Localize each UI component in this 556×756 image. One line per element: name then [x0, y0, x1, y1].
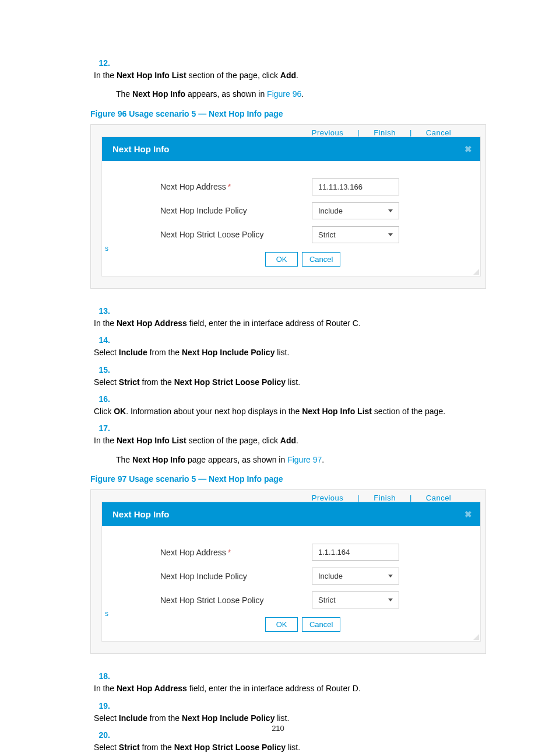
wizard-previous[interactable]: Previous: [312, 128, 344, 136]
text: .: [301, 89, 304, 99]
figure-link[interactable]: Figure 96: [267, 89, 301, 99]
step-number: 15.: [90, 365, 110, 374]
text: Select: [94, 743, 119, 752]
dialog-body: Next Hop Address* 1.1.1.164 Next Hop Inc…: [102, 526, 480, 641]
figure-96-screenshot: Previous|Finish|Cancel Next Hop Info ✖ N…: [90, 124, 486, 289]
close-icon[interactable]: ✖: [464, 144, 472, 155]
wizard-finish[interactable]: Finish: [374, 494, 396, 502]
figure-caption: Figure 97 Usage scenario 5 — Next Hop In…: [90, 474, 486, 484]
step-text: In the Next Hop Info List section of the…: [94, 69, 464, 82]
text: In the: [94, 318, 117, 328]
cancel-button[interactable]: Cancel: [302, 252, 340, 267]
figure-97-screenshot: Previous|Finish|Cancel Next Hop Info ✖ N…: [90, 489, 486, 654]
strict-loose-select[interactable]: Strict: [312, 592, 399, 608]
bold: Add: [280, 71, 296, 80]
figure-link[interactable]: Figure 97: [287, 455, 322, 464]
cancel-button[interactable]: Cancel: [302, 617, 340, 632]
text: .: [322, 455, 324, 464]
bold: Next Hop Include Policy: [182, 348, 275, 357]
strict-loose-label: Next Hop Strict Loose Policy: [160, 230, 312, 239]
text: In the: [94, 436, 117, 445]
text: from the: [140, 377, 174, 387]
wizard-cancel[interactable]: Cancel: [426, 494, 451, 502]
next-hop-address-label: Next Hop Address*: [160, 182, 312, 191]
select-value: Strict: [318, 596, 336, 604]
text: section of the page, click: [186, 436, 280, 445]
bold: Next Hop Info List: [117, 436, 186, 445]
close-icon[interactable]: ✖: [464, 509, 472, 520]
required-star: *: [228, 182, 231, 191]
step-text: Click OK. Information about your next ho…: [94, 405, 464, 418]
text: Select: [94, 713, 119, 723]
step-number: 14.: [90, 335, 110, 345]
text: section of the page, click: [186, 71, 280, 80]
bold: Strict: [119, 743, 140, 752]
required-star: *: [228, 548, 231, 557]
next-hop-info-dialog: Next Hop Info ✖ Next Hop Address* 11.11.…: [101, 136, 481, 276]
strict-loose-select[interactable]: Strict: [312, 226, 399, 243]
text: In the: [94, 71, 117, 80]
wizard-previous[interactable]: Previous: [312, 494, 344, 502]
bold: Next Hop Include Policy: [182, 713, 275, 723]
wizard-cancel[interactable]: Cancel: [426, 128, 451, 136]
separator: |: [410, 128, 412, 136]
text: field, enter the in interface address of…: [187, 684, 361, 693]
separator: |: [357, 494, 360, 502]
text: . Information about your next hop displa…: [126, 407, 302, 416]
step-number: 19.: [90, 701, 110, 710]
separator: |: [357, 128, 360, 136]
include-policy-label: Next Hop Include Policy: [160, 206, 312, 215]
step-number: 12.: [90, 58, 110, 68]
chevron-down-icon: [388, 598, 393, 601]
select-value: Include: [318, 206, 343, 215]
step-subtext: The Next Hop Info appears, as shown in F…: [116, 88, 486, 100]
ok-button[interactable]: OK: [265, 617, 298, 632]
step-number: 17.: [90, 424, 110, 433]
text: The: [116, 89, 132, 99]
page-number: 210: [0, 724, 556, 733]
bold: Next Hop Strict Loose Policy: [174, 377, 286, 387]
wizard-nav: Previous|Finish|Cancel: [91, 125, 485, 136]
include-policy-select[interactable]: Include: [312, 568, 399, 584]
select-value: Strict: [318, 230, 336, 239]
step-text: In the Next Hop Address field, enter the…: [94, 317, 464, 330]
step-number: 16.: [90, 394, 110, 404]
text: The: [116, 455, 132, 464]
resize-grip-icon[interactable]: [472, 268, 479, 275]
bold: Strict: [119, 377, 140, 387]
text: Select: [94, 377, 119, 387]
figure-caption: Figure 96 Usage scenario 5 — Next Hop In…: [90, 109, 486, 118]
bold: OK: [114, 407, 126, 416]
text: .: [296, 436, 298, 445]
include-policy-select[interactable]: Include: [312, 202, 399, 219]
step-subtext: The Next Hop Info page appears, as shown…: [116, 453, 486, 466]
next-hop-address-input[interactable]: 11.11.13.166: [312, 178, 399, 195]
dialog-body: Next Hop Address* 11.11.13.166 Next Hop …: [102, 161, 480, 276]
text: appears, as shown in: [185, 89, 267, 99]
step-text: Select Strict from the Next Hop Strict L…: [94, 376, 464, 388]
bold: Next Hop Info List: [117, 71, 186, 80]
text: Click: [94, 407, 114, 416]
bold: Next Hop Address: [117, 684, 187, 693]
text: page appears, as shown in: [185, 455, 287, 464]
text: section of the page.: [372, 407, 445, 416]
next-hop-address-input[interactable]: 1.1.1.164: [312, 544, 399, 561]
step-text: In the Next Hop Address field, enter the…: [94, 682, 464, 695]
text: Next Hop Address: [160, 182, 226, 191]
resize-grip-icon[interactable]: [472, 633, 479, 640]
wizard-finish[interactable]: Finish: [374, 128, 396, 136]
text: Select: [94, 348, 119, 357]
step-number: 18.: [90, 671, 110, 681]
step-text: Select Include from the Next Hop Include…: [94, 346, 464, 359]
bold: Include: [119, 713, 147, 723]
chevron-down-icon: [388, 575, 393, 578]
separator: |: [410, 494, 412, 502]
text: field, enter the in interface address of…: [187, 318, 361, 328]
bold: Next Hop Address: [117, 318, 187, 328]
text: list.: [275, 713, 289, 723]
text: from the: [147, 348, 182, 357]
ok-button[interactable]: OK: [265, 252, 298, 267]
wizard-nav: Previous|Finish|Cancel: [91, 490, 485, 502]
dialog-title: Next Hop Info: [112, 509, 170, 519]
text: list.: [286, 377, 300, 387]
